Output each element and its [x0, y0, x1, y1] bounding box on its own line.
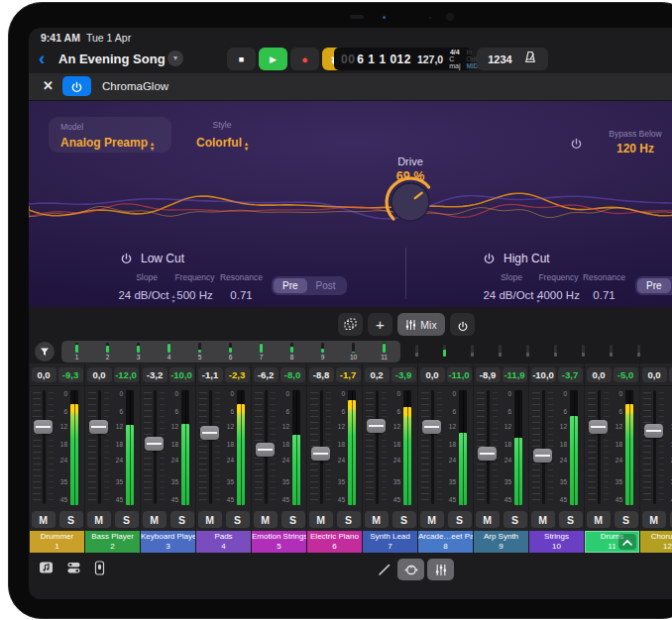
solo-button[interactable]: S: [392, 511, 416, 528]
volume-value[interactable]: -10,0: [531, 367, 556, 382]
peak-value[interactable]: -9,3: [58, 367, 83, 382]
track-label[interactable]: Keyboard Player3: [141, 531, 195, 553]
mute-button[interactable]: M: [32, 511, 56, 528]
volume-value[interactable]: -8,8: [309, 367, 334, 382]
mixer-power-button[interactable]: [450, 313, 475, 336]
track-label[interactable]: Drummer1: [30, 531, 84, 553]
mute-button[interactable]: M: [254, 511, 278, 528]
fader-handle[interactable]: [34, 420, 53, 434]
stop-button[interactable]: ■: [227, 48, 256, 70]
overview-window[interactable]: 1234567891011: [61, 341, 400, 362]
plugin-power-button[interactable]: [62, 76, 91, 96]
play-button[interactable]: ▶: [259, 48, 287, 70]
track-label[interactable]: Bass Player2: [85, 531, 140, 553]
peak-value[interactable]: -11,9: [503, 367, 527, 382]
solo-button[interactable]: S: [115, 511, 139, 528]
track-label[interactable]: Arp Synth9: [474, 531, 528, 553]
fader-handle[interactable]: [589, 420, 608, 434]
volume-value[interactable]: 0,2: [365, 367, 390, 382]
collapse-stack-button[interactable]: [618, 534, 636, 550]
low-cut-power-icon[interactable]: [120, 252, 133, 264]
drive-knob[interactable]: [383, 174, 438, 230]
track-label[interactable]: Chorus V12: [640, 531, 672, 553]
peak-value[interactable]: -1,7: [336, 367, 361, 382]
volume-value[interactable]: 0,0: [32, 367, 56, 382]
add-track-button[interactable]: +: [368, 313, 392, 336]
fader-handle[interactable]: [644, 424, 663, 438]
mix-toggle-button[interactable]: Mix: [397, 313, 445, 336]
mute-button[interactable]: M: [143, 511, 167, 528]
peak-value[interactable]: -11,0: [447, 367, 472, 382]
peak-value[interactable]: -10,0: [169, 367, 194, 382]
peak-value[interactable]: -3,9: [392, 367, 416, 382]
mute-button[interactable]: M: [87, 511, 111, 528]
volume-value[interactable]: -6,2: [254, 367, 279, 382]
song-title[interactable]: An Evening Song: [58, 52, 166, 66]
metronome-icon[interactable]: [523, 51, 537, 68]
volume-value[interactable]: -8,9: [476, 367, 501, 382]
bypass-power-icon[interactable]: [570, 137, 583, 150]
mute-button[interactable]: M: [309, 511, 333, 528]
volume-value[interactable]: -1,1: [198, 367, 223, 382]
volume-value[interactable]: 0,0: [87, 367, 112, 382]
mute-button[interactable]: M: [476, 511, 500, 528]
track-label[interactable]: Emotion Strings5: [252, 531, 306, 553]
solo-button[interactable]: S: [504, 511, 527, 528]
peak-value[interactable]: -12,0: [114, 367, 139, 382]
song-menu-chevron-icon[interactable]: ▾: [168, 51, 183, 66]
track-label[interactable]: Arcade…eet Pad8: [418, 531, 473, 553]
mute-button[interactable]: M: [531, 511, 555, 528]
volume-value[interactable]: -3,2: [143, 367, 168, 382]
controls-view-button[interactable]: [397, 559, 424, 580]
fader-handle[interactable]: [367, 419, 386, 433]
peak-value[interactable]: [669, 367, 672, 382]
peak-value[interactable]: -8,0: [280, 367, 305, 382]
fader-handle[interactable]: [422, 420, 441, 434]
mute-button[interactable]: M: [420, 511, 444, 528]
solo-button[interactable]: S: [59, 511, 83, 528]
fader-strip-icon[interactable]: [94, 561, 105, 579]
fader-handle[interactable]: [200, 426, 219, 440]
mute-button[interactable]: M: [642, 511, 666, 528]
bypass-control[interactable]: Bypass Below 120 Hz: [600, 129, 671, 155]
high-cut-power-icon[interactable]: [483, 252, 496, 264]
track-label[interactable]: Pads4: [196, 531, 251, 553]
record-button[interactable]: ●: [290, 48, 319, 70]
filter-button[interactable]: [35, 342, 55, 362]
pre-button[interactable]: Pre: [637, 278, 671, 293]
close-plugin-icon[interactable]: ✕: [43, 78, 54, 93]
track-label[interactable]: Synth Lead7: [363, 531, 417, 553]
solo-button[interactable]: S: [337, 511, 361, 528]
track-label[interactable]: Electric Piano6: [307, 531, 362, 553]
volume-value[interactable]: 0,0: [587, 367, 612, 382]
loop-browser-icon[interactable]: [39, 561, 55, 578]
mute-button[interactable]: M: [198, 511, 222, 528]
fader-handle[interactable]: [478, 447, 497, 461]
fader-handle[interactable]: [145, 437, 164, 451]
plugins-stack-icon[interactable]: [66, 561, 81, 578]
post-button[interactable]: Post: [307, 278, 345, 293]
peak-value[interactable]: -5,0: [614, 367, 638, 382]
count-in-button[interactable]: 1234: [488, 53, 511, 65]
solo-button[interactable]: S: [448, 511, 472, 528]
fader-handle[interactable]: [256, 443, 275, 457]
low-cut-resonance[interactable]: Resonance 0.71: [214, 272, 269, 303]
solo-button[interactable]: S: [281, 511, 305, 528]
solo-button[interactable]: S: [559, 511, 583, 528]
mute-button[interactable]: M: [587, 511, 611, 528]
fader-handle[interactable]: [311, 447, 330, 461]
lcd-display[interactable]: 00 6 1 1 012 127,0 4/4 C maj In Out MIDI: [334, 48, 471, 70]
mixer-view-button[interactable]: [427, 559, 454, 580]
solo-button[interactable]: S: [226, 511, 250, 528]
track-label[interactable]: Drums11: [585, 531, 639, 553]
duplicate-button[interactable]: [338, 313, 363, 336]
peak-value[interactable]: -2,3: [225, 367, 250, 382]
pencil-icon[interactable]: [378, 563, 392, 580]
fader-handle[interactable]: [89, 420, 108, 434]
model-selector[interactable]: Model Analog Preamp▴▾: [49, 117, 171, 153]
volume-value[interactable]: 0,0: [420, 367, 445, 382]
high-cut-resonance[interactable]: Resonance 0.71: [577, 272, 631, 303]
style-selector[interactable]: Style Colorful▴▾: [179, 120, 265, 152]
pre-button[interactable]: Pre: [274, 278, 307, 293]
solo-button[interactable]: S: [170, 511, 194, 528]
